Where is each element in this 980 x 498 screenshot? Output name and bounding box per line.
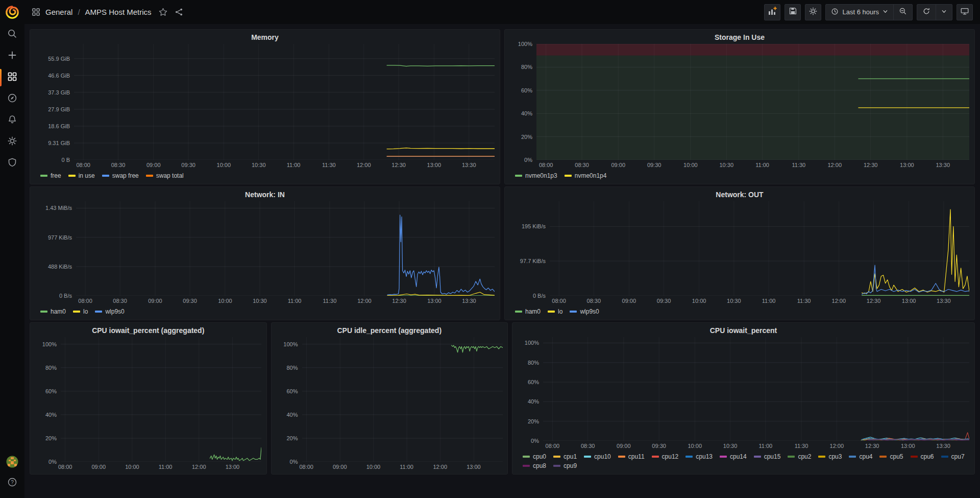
legend-series-label: cpu0 xyxy=(533,453,546,461)
time-range-picker[interactable]: Last 6 hours xyxy=(826,5,893,20)
panel-title[interactable]: CPU iowait_percent xyxy=(518,324,969,337)
x-tick-label: 13:00 xyxy=(894,443,922,449)
sidebar-item-create[interactable] xyxy=(0,45,24,67)
panel-title[interactable]: Memory xyxy=(35,31,495,44)
chart-plot[interactable] xyxy=(74,44,495,160)
legend-item-cpu5[interactable]: cpu5 xyxy=(879,453,903,461)
y-tick-label: 37.3 GiB xyxy=(35,89,70,96)
sidebar-item-configuration[interactable] xyxy=(0,131,24,153)
sidebar-item-explore[interactable] xyxy=(0,88,24,110)
grafana-logo[interactable] xyxy=(0,0,24,24)
breadcrumb-dashboard-title[interactable]: AMPS Host Metrics xyxy=(85,8,152,16)
add-panel-button[interactable] xyxy=(764,4,780,20)
x-tick-label: 08:00 xyxy=(51,464,80,470)
legend-item-cpu3[interactable]: cpu3 xyxy=(818,453,842,461)
chart-plot[interactable] xyxy=(543,337,969,441)
configuration-gear-icon xyxy=(7,136,17,148)
panel-title[interactable]: Network: OUT xyxy=(510,188,969,201)
sidebar-item-server-admin[interactable] xyxy=(0,153,24,174)
y-tick-label: 20% xyxy=(510,133,532,140)
star-icon[interactable] xyxy=(159,8,167,16)
legend-item-cpu12[interactable]: cpu12 xyxy=(652,453,679,461)
legend-item-cpu13[interactable]: cpu13 xyxy=(685,453,713,461)
legend-item-cpu0[interactable]: cpu0 xyxy=(523,453,546,461)
breadcrumb-folder[interactable]: General xyxy=(45,8,72,16)
y-axis: 100%80%60%40%20%0% xyxy=(277,337,302,462)
panel-title[interactable]: Storage In Use xyxy=(510,31,969,44)
legend-item-lo[interactable]: lo xyxy=(73,307,88,316)
chart: 100%80%60%40%20%0% 08:0008:3009:0009:301… xyxy=(510,44,969,182)
legend-series-label: swap free xyxy=(112,172,139,180)
legend-series-chip xyxy=(548,311,555,313)
x-tick-label: 11:30 xyxy=(314,162,343,168)
y-axis: 100%80%60%40%20%0% xyxy=(510,44,536,160)
x-tick-label: 09:00 xyxy=(615,298,643,304)
x-tick-label: 10:30 xyxy=(246,298,274,304)
apps-grid-icon xyxy=(32,8,40,16)
legend-item-cpu15[interactable]: cpu15 xyxy=(754,453,781,461)
legend-item-in use[interactable]: in use xyxy=(68,172,95,180)
legend-item-cpu8[interactable]: cpu8 xyxy=(523,462,546,470)
x-tick-label: 11:00 xyxy=(151,464,180,470)
sidebar-item-dashboards[interactable] xyxy=(0,67,24,88)
legend-series-chip xyxy=(523,465,530,467)
legend-item-lo[interactable]: lo xyxy=(548,307,562,316)
legend-series-label: free xyxy=(51,172,61,180)
x-tick-label: 12:00 xyxy=(822,443,851,449)
save-dashboard-button[interactable] xyxy=(785,4,801,20)
refresh-interval-dropdown[interactable] xyxy=(936,5,952,20)
refresh-button[interactable] xyxy=(917,5,936,20)
legend-item-cpu10[interactable]: cpu10 xyxy=(584,453,611,461)
x-tick-label: 13:00 xyxy=(895,298,923,304)
legend-series-label: wlp9s0 xyxy=(105,307,124,316)
x-tick-label: 11:00 xyxy=(279,162,308,168)
legend-series-label: cpu15 xyxy=(764,453,781,461)
chart-plot[interactable] xyxy=(76,201,495,296)
x-tick-label: 10:00 xyxy=(680,443,709,449)
legend-item-ham0[interactable]: ham0 xyxy=(515,307,541,316)
legend-item-cpu1[interactable]: cpu1 xyxy=(553,453,577,461)
legend-series-label: in use xyxy=(79,172,95,180)
legend-item-ham0[interactable]: ham0 xyxy=(40,307,66,316)
zoom-out-button[interactable] xyxy=(894,5,912,20)
legend-item-wlp9s0[interactable]: wlp9s0 xyxy=(570,307,599,316)
dashboard-settings-button[interactable] xyxy=(805,4,821,20)
legend-series-label: cpu5 xyxy=(890,453,903,461)
x-tick-label: 12:30 xyxy=(860,298,888,304)
legend-item-nvme0n1p4[interactable]: nvme0n1p4 xyxy=(565,172,607,180)
legend-item-cpu7[interactable]: cpu7 xyxy=(941,453,965,461)
share-icon[interactable] xyxy=(175,8,183,16)
chart-plot[interactable] xyxy=(536,44,969,160)
legend-item-wlp9s0[interactable]: wlp9s0 xyxy=(95,307,124,316)
panel-title[interactable]: Network: IN xyxy=(35,188,495,201)
x-tick-label: 10:00 xyxy=(211,298,239,304)
legend-item-cpu9[interactable]: cpu9 xyxy=(553,462,577,470)
chart-plot[interactable] xyxy=(302,337,503,462)
kiosk-mode-button[interactable] xyxy=(957,4,973,20)
x-tick-label: 10:30 xyxy=(720,298,748,304)
y-tick-label: 977 KiB/s xyxy=(35,234,72,241)
x-tick-label: 08:00 xyxy=(69,162,97,168)
sidebar-item-help[interactable]: ? xyxy=(0,476,24,491)
legend-item-free[interactable]: free xyxy=(40,172,61,180)
user-profile[interactable] xyxy=(0,455,24,470)
legend-series-chip xyxy=(515,175,522,177)
legend-item-nvme0n1p3[interactable]: nvme0n1p3 xyxy=(515,172,557,180)
legend-item-cpu11[interactable]: cpu11 xyxy=(618,453,645,461)
chart-plot[interactable] xyxy=(550,201,969,296)
legend-item-cpu6[interactable]: cpu6 xyxy=(911,453,934,461)
panel-title[interactable]: CPU iowait_percent (aggregated) xyxy=(35,324,261,337)
legend-item-cpu14[interactable]: cpu14 xyxy=(720,453,747,461)
legend-item-cpu2[interactable]: cpu2 xyxy=(788,453,811,461)
legend-series-label: cpu6 xyxy=(921,453,934,461)
chart-plot[interactable] xyxy=(61,337,261,462)
legend-item-swap total[interactable]: swap total xyxy=(146,172,184,180)
x-tick-label: 11:30 xyxy=(785,162,813,168)
legend-item-cpu4[interactable]: cpu4 xyxy=(849,453,872,461)
x-tick-label: 12:00 xyxy=(824,298,853,304)
legend-series-label: ham0 xyxy=(525,307,541,316)
sidebar-item-search[interactable] xyxy=(0,24,24,45)
legend-item-swap free[interactable]: swap free xyxy=(102,172,139,180)
sidebar-item-alerting[interactable] xyxy=(0,110,24,131)
panel-title[interactable]: CPU idle_percent (aggregated) xyxy=(277,324,503,337)
